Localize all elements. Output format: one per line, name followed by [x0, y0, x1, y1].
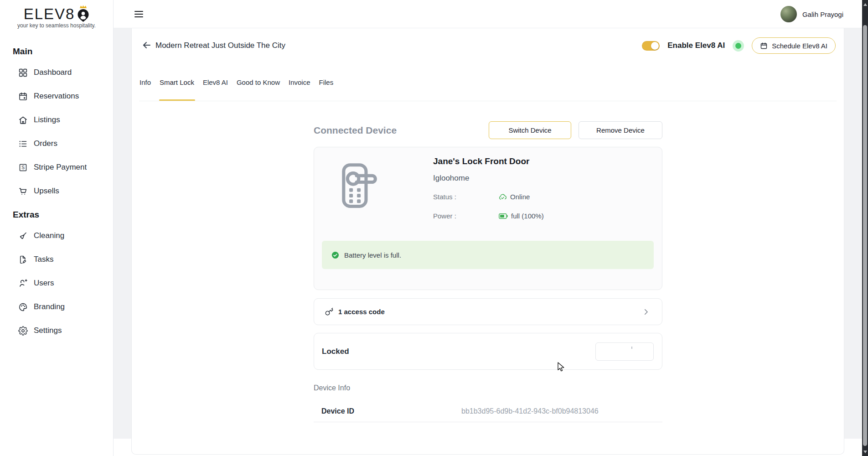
- sidebar-item-label: Upsells: [34, 187, 59, 196]
- sidebar-item-users[interactable]: Users: [0, 271, 113, 295]
- remove-device-button[interactable]: Remove Device: [579, 121, 662, 139]
- calendar-icon: [760, 42, 768, 50]
- tab-good-to-know[interactable]: Good to Know: [237, 78, 280, 101]
- lock-toggle-button[interactable]: [595, 342, 654, 361]
- sidebar-item-label: Tasks: [34, 255, 53, 264]
- power-value: full (100%): [511, 212, 544, 220]
- back-button[interactable]: [141, 40, 153, 52]
- sidebar-item-label: Stripe Payment: [34, 163, 87, 172]
- avatar[interactable]: [780, 6, 797, 22]
- cart-icon: [18, 187, 28, 196]
- access-codes-label: 1 access code: [338, 308, 385, 316]
- listing-header: Modern Retreat Just Outside The City Ena…: [132, 28, 844, 63]
- sidebar-item-label: Reservations: [34, 92, 79, 101]
- stripe-icon: S: [18, 163, 28, 172]
- sidebar-item-label: Cleaning: [34, 231, 64, 240]
- nav-section-main: Main: [13, 47, 113, 57]
- battery-full-icon: [499, 213, 508, 219]
- device-info-heading: Device Info: [314, 384, 662, 392]
- status-label: Status :: [433, 193, 499, 201]
- tab-info[interactable]: Info: [140, 78, 151, 101]
- device-vendor: Igloohome: [433, 174, 469, 183]
- check-circle-icon: [331, 251, 339, 259]
- gear-icon: [18, 326, 28, 336]
- access-codes-row[interactable]: 1 access code: [314, 298, 662, 325]
- topbar: Galih Prayogi: [114, 0, 862, 28]
- device-id-value: bb1b3d95-6d9b-41d2-943c-bf0b94813046: [461, 407, 599, 415]
- cloud-online-icon: [499, 193, 507, 201]
- scrollbar-down-arrow[interactable]: [862, 449, 868, 455]
- sidebar-item-settings[interactable]: Settings: [0, 319, 113, 342]
- calendar-icon: [18, 92, 28, 101]
- user-menu[interactable]: Galih Prayogi: [780, 0, 843, 28]
- sidebar-item-upsells[interactable]: Upsells: [0, 179, 113, 203]
- page-background: Modern Retreat Just Outside The City Ena…: [114, 28, 862, 456]
- sidebar-item-stripe-payment[interactable]: S Stripe Payment: [0, 155, 113, 179]
- svg-text:S: S: [21, 165, 25, 170]
- scrollbar-thumb[interactable]: [863, 25, 867, 446]
- sidebar-item-label: Branding: [34, 302, 65, 311]
- tab-smart-lock[interactable]: Smart Lock: [160, 78, 194, 101]
- ai-status-dot: [735, 43, 741, 49]
- enable-ai-toggle[interactable]: [642, 41, 660, 51]
- lock-state-row: Locked: [314, 333, 662, 370]
- device-id-row: Device ID bb1b3d95-6d9b-41d2-943c-bf0b94…: [314, 402, 662, 422]
- sidebar-item-listings[interactable]: Listings: [0, 108, 113, 132]
- switch-device-button[interactable]: Switch Device: [489, 121, 571, 139]
- schedule-ai-button[interactable]: Schedule Elev8 AI: [752, 37, 836, 54]
- brand-tagline: your key to seamless hospitality.: [0, 22, 113, 29]
- status-value: Online: [510, 193, 530, 201]
- smart-lock-panel: Connected Device Switch Device Remove De…: [314, 121, 662, 422]
- device-id-label: Device ID: [321, 407, 354, 415]
- page-title: Modern Retreat Just Outside The City: [155, 41, 285, 50]
- app-shell: ELEV8 your key to seamless hospitality. …: [0, 0, 868, 456]
- tab-elev8-ai[interactable]: Elev8 AI: [203, 78, 228, 101]
- enable-ai-label: Enable Elev8 AI: [667, 41, 725, 50]
- lock-state-label: Locked: [322, 347, 349, 356]
- chevron-right-icon: [642, 308, 650, 316]
- user-name: Galih Prayogi: [802, 10, 843, 18]
- user-plus-icon: [18, 279, 28, 288]
- sidebar-item-branding[interactable]: Branding: [0, 295, 113, 319]
- home-icon: [18, 115, 28, 125]
- power-label: Power :: [433, 212, 499, 220]
- listing-tabs: Info Smart Lock Elev8 AI Good to Know In…: [139, 72, 837, 101]
- sidebar-item-label: Listings: [34, 115, 60, 124]
- sidebar-item-label: Settings: [34, 326, 62, 335]
- scrollbar: [862, 0, 868, 456]
- brand-name: ELEV8: [24, 6, 75, 22]
- connected-device-heading: Connected Device: [314, 125, 397, 136]
- task-icon: [18, 255, 28, 264]
- hamburger-menu-icon[interactable]: [134, 9, 145, 19]
- sidebar-item-tasks[interactable]: Tasks: [0, 248, 113, 271]
- brand-pin-icon: [77, 6, 89, 22]
- sidebar-item-label: Orders: [34, 139, 57, 148]
- tab-files[interactable]: Files: [319, 78, 334, 101]
- sidebar-item-dashboard[interactable]: Dashboard: [0, 61, 113, 84]
- sidebar-item-cleaning[interactable]: Cleaning: [0, 224, 113, 248]
- tab-invoice[interactable]: Invoice: [289, 78, 310, 101]
- broom-icon: [18, 231, 28, 241]
- scrollbar-up-arrow[interactable]: [862, 1, 868, 8]
- content-card: Modern Retreat Just Outside The City Ena…: [131, 28, 844, 455]
- alert-message: Battery level is full.: [344, 251, 401, 259]
- smart-lock-icon: [334, 162, 382, 208]
- sidebar-item-label: Users: [34, 279, 54, 288]
- nav-section-extras: Extras: [13, 210, 113, 220]
- palette-icon: [18, 302, 28, 312]
- sidebar-item-label: Dashboard: [34, 68, 72, 77]
- sidebar: ELEV8 your key to seamless hospitality. …: [0, 0, 114, 456]
- device-card: Jane's Lock Front Door Igloohome Status …: [314, 147, 662, 290]
- device-name: Jane's Lock Front Door: [433, 156, 529, 166]
- sidebar-item-orders[interactable]: Orders: [0, 132, 113, 155]
- list-icon: [18, 139, 28, 149]
- battery-alert: Battery level is full.: [322, 241, 654, 269]
- key-icon: [325, 307, 334, 316]
- dashboard-icon: [18, 68, 28, 78]
- sidebar-item-reservations[interactable]: Reservations: [0, 84, 113, 108]
- logo: ELEV8 your key to seamless hospitality.: [0, 0, 113, 39]
